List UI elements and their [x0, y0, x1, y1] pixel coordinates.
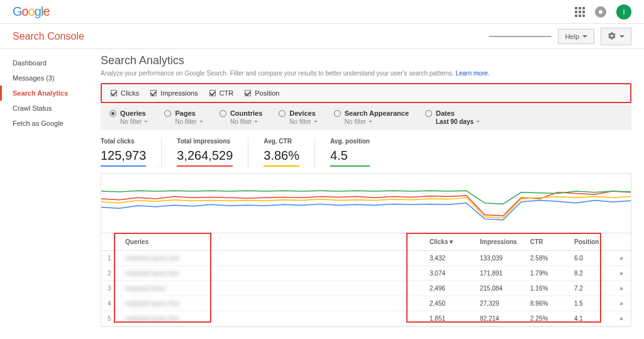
sidebar-item-fetch-as-google[interactable]: Fetch as Google	[0, 116, 97, 131]
dim-search-appearance-filter[interactable]: No filter	[334, 118, 409, 125]
queries-table-wrapper: Queries Clicks▼ Impressions CTR Position…	[101, 233, 631, 327]
chevron-down-icon	[144, 121, 148, 123]
expand-icon[interactable]: »	[612, 251, 631, 266]
dim-countries[interactable]: Countries No filter	[219, 109, 262, 125]
checkbox-icon	[209, 90, 216, 96]
cell-query: redacted three	[119, 281, 423, 296]
cell-ctr: 1.16%	[524, 281, 568, 296]
cell-query: redacted query four	[119, 296, 423, 311]
dim-countries-filter[interactable]: No filter	[219, 118, 262, 125]
apps-icon[interactable]	[575, 7, 585, 17]
cell-clicks: 3,432	[423, 251, 474, 266]
dim-queries[interactable]: Queries No filter	[109, 109, 148, 125]
cell-query: redacted query two	[119, 266, 423, 281]
trend-chart	[101, 173, 631, 233]
dim-devices[interactable]: Devices No filter	[279, 109, 317, 125]
dim-devices-filter[interactable]: No filter	[279, 118, 317, 125]
cell-query: redacted query five	[119, 311, 423, 326]
toggle-clicks[interactable]: Clicks	[111, 89, 139, 97]
cell-impressions: 133,039	[474, 251, 524, 266]
cell-clicks: 2,450	[423, 296, 474, 311]
cell-position: 6.0	[568, 251, 612, 266]
sidebar: Dashboard Messages (3) Search Analytics …	[0, 49, 97, 339]
dim-search-appearance[interactable]: Search Appearance No filter	[334, 109, 409, 125]
chevron-down-icon	[199, 121, 203, 123]
cell-index: 2	[101, 266, 119, 281]
chevron-down-icon	[314, 121, 318, 123]
th-index	[101, 233, 119, 251]
sidebar-item-messages[interactable]: Messages (3)	[0, 70, 97, 86]
radio-icon	[164, 110, 171, 117]
cell-impressions: 27,329	[474, 296, 524, 311]
stats-row: Total clicks 125,973 Total impressions 3…	[101, 130, 631, 173]
toggle-position[interactable]: Position	[245, 89, 279, 97]
avatar[interactable]: i	[616, 4, 631, 19]
stat-total-clicks: Total clicks 125,973	[101, 138, 162, 168]
dim-dates[interactable]: Dates Last 90 days	[425, 109, 480, 125]
stat-avg-position: Avg. position 4.5	[330, 138, 385, 168]
chevron-down-icon	[619, 35, 625, 38]
th-ctr[interactable]: CTR	[524, 233, 568, 251]
radio-icon	[279, 110, 286, 117]
radio-icon	[334, 110, 341, 117]
cell-ctr: 2.25%	[524, 311, 568, 326]
stat-avg-ctr: Avg. CTR 3.86%	[264, 138, 315, 168]
th-expand	[612, 233, 631, 251]
cell-impressions: 215,084	[474, 281, 524, 296]
header-actions: i	[575, 4, 631, 19]
table-row[interactable]: 3redacted three2,496215,0841.16%7.2»	[101, 281, 631, 296]
toggle-impressions[interactable]: Impressions	[150, 89, 197, 97]
google-logo[interactable]: Google	[13, 4, 50, 19]
help-button[interactable]: Help	[558, 29, 594, 44]
cell-impressions: 171,891	[474, 266, 524, 281]
gear-icon	[608, 31, 616, 42]
expand-icon[interactable]: »	[612, 281, 631, 296]
cell-query: redacted query one	[119, 251, 423, 266]
cell-position: 1.5	[568, 296, 612, 311]
metric-toggles: Clicks Impressions CTR Position	[101, 83, 631, 103]
cell-position: 4.1	[568, 311, 612, 326]
cell-ctr: 8.96%	[524, 296, 568, 311]
table-row[interactable]: 2redacted query two3,074171,8911.79%8.2»	[101, 266, 631, 281]
th-position[interactable]: Position	[568, 233, 612, 251]
checkbox-icon	[150, 90, 157, 96]
radio-icon	[219, 110, 226, 117]
dim-pages-filter[interactable]: No filter	[164, 118, 203, 125]
sidebar-item-crawl-status[interactable]: Crawl Status	[0, 101, 97, 116]
dim-pages[interactable]: Pages No filter	[164, 109, 203, 125]
toggle-ctr[interactable]: CTR	[209, 89, 234, 97]
cell-clicks: 3,074	[423, 266, 474, 281]
site-indicator	[489, 36, 552, 37]
chevron-down-icon	[369, 121, 372, 123]
sub-header-actions: Help	[489, 28, 631, 45]
cell-clicks: 2,496	[423, 281, 474, 296]
th-clicks[interactable]: Clicks▼	[423, 233, 474, 251]
chevron-down-icon	[476, 121, 480, 123]
table-row[interactable]: 1redacted query one3,432133,0392.58%6.0»	[101, 251, 631, 266]
sub-header: Search Console Help	[0, 24, 644, 49]
sidebar-item-search-analytics[interactable]: Search Analytics	[0, 86, 97, 101]
top-header: Google i	[0, 0, 644, 24]
settings-button[interactable]	[601, 28, 631, 45]
th-impressions[interactable]: Impressions	[474, 233, 524, 251]
page-description: Analyze your performance on Google Searc…	[101, 70, 631, 77]
main-layout: Dashboard Messages (3) Search Analytics …	[0, 49, 644, 339]
cell-ctr: 1.79%	[524, 266, 568, 281]
learn-more-link[interactable]: Learn more.	[455, 70, 489, 77]
expand-icon[interactable]: »	[612, 311, 631, 326]
expand-icon[interactable]: »	[612, 296, 631, 311]
cell-position: 8.2	[568, 266, 612, 281]
expand-icon[interactable]: »	[612, 266, 631, 281]
dim-queries-filter[interactable]: No filter	[109, 118, 148, 125]
table-row[interactable]: 4redacted query four2,45027,3298.96%1.5»	[101, 296, 631, 311]
page-title: Search Analytics	[101, 54, 631, 67]
help-label: Help	[565, 33, 579, 40]
notifications-icon[interactable]	[595, 6, 606, 18]
th-queries[interactable]: Queries	[119, 233, 423, 251]
sidebar-item-dashboard[interactable]: Dashboard	[0, 55, 97, 70]
table-row[interactable]: 5redacted query five1,85182,2142.25%4.1»	[101, 311, 631, 326]
chevron-down-icon	[254, 121, 258, 123]
chevron-down-icon	[582, 35, 587, 38]
dim-dates-filter[interactable]: Last 90 days	[425, 118, 480, 125]
cell-index: 5	[101, 311, 119, 326]
